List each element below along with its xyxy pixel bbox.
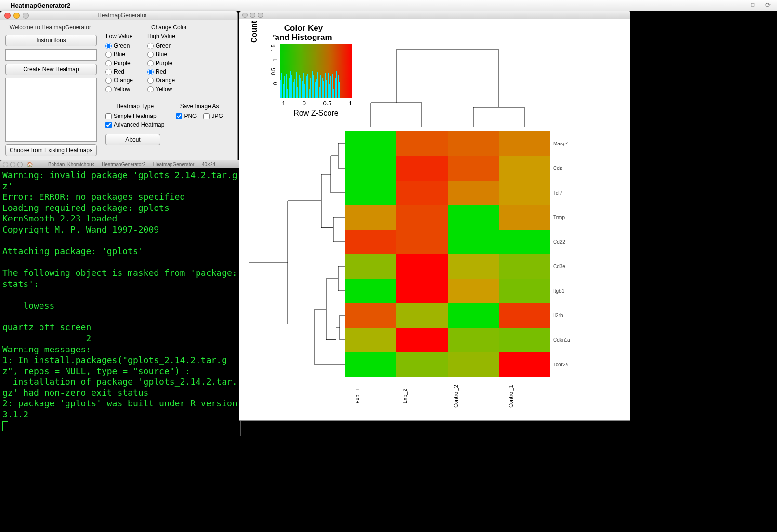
high-red-radio[interactable]: Red [147,68,175,75]
hm-minimize-icon[interactable] [250,13,255,18]
low-green-radio[interactable]: Green [105,42,133,49]
high-value-label: High Value [147,33,175,39]
heatmap-cell [499,131,550,156]
heatmap-titlebar [239,11,631,19]
app-name[interactable]: HeatmapGenerator2 [11,2,70,9]
column-label: Control_1 [508,385,537,408]
heatmap-cell [345,254,396,279]
column-label: Control_2 [453,385,482,408]
term-minimize-icon[interactable] [10,162,15,167]
heatmap-cell [345,303,396,328]
row-label: Il2rb [553,313,570,318]
control-window-titlebar: HeatmapGenerator [0,11,237,20]
row-label: Cd22 [553,239,570,245]
row-label: Tcor2a [553,362,570,367]
low-value-group: Low Value Green Blue Purple Red Orange Y… [105,33,133,92]
color-key-xlabel: Row Z-Score [280,109,352,117]
heatmap-cell [448,303,499,328]
heatmap-row-labels: Masp2CdsTcf7TrmpCd22Cd3eItgb1Il2rbCdkn1a… [553,131,570,377]
row-label: Cd3e [553,264,570,269]
color-key-gradient [280,44,352,98]
high-blue-radio[interactable]: Blue [147,51,175,58]
heatmap-cell [499,181,550,205]
heatmap-cell [448,352,499,377]
control-window-title: HeatmapGenerator [33,12,211,19]
term-close-icon[interactable] [3,162,8,167]
high-yellow-radio[interactable]: Yellow [147,86,175,92]
save-png-checkbox[interactable]: PNG [176,113,197,119]
heatmap-cell [345,352,396,377]
window-zoom-icon[interactable] [23,13,29,19]
create-heatmap-button[interactable]: Create New Heatmap [5,64,97,75]
heatmap-cell [448,156,499,181]
hm-close-icon[interactable] [242,13,248,18]
heatmap-cell [345,279,396,303]
high-value-group: High Value Green Blue Purple Red Orange … [147,33,175,92]
control-window: HeatmapGenerator Welcome to HeatmapGener… [0,11,238,163]
existing-heatmaps-listbox[interactable] [5,78,97,142]
heatmap-cell [396,328,448,352]
color-key-xticks: -100.51 [280,100,352,107]
heatmap-cell [448,181,499,205]
heatmap-cell [345,205,396,230]
heatmap-cell [499,230,550,254]
heatmap-cell [499,254,550,279]
high-orange-radio[interactable]: Orange [147,77,175,84]
advanced-heatmap-checkbox[interactable]: Advanced Heatmap [105,121,164,128]
row-dendrogram [244,131,345,377]
low-orange-radio[interactable]: Orange [105,77,133,84]
heatmap-column-labels: Exp_1Exp_2Control_2Control_1 [345,382,550,411]
simple-heatmap-checkbox[interactable]: Simple Heatmap [105,113,164,119]
color-key-yticks: 21.510.50 [266,33,277,86]
heatmap-cell [448,230,499,254]
sync-tray-icon[interactable]: ⟳ [765,1,773,9]
heatmap-cell [499,205,550,230]
filename-input[interactable] [5,49,97,61]
row-label: Itgb1 [553,288,570,294]
heatmap-cell [396,352,448,377]
column-label: Exp_2 [402,389,431,403]
generic-tray-icon[interactable]: ⧉ [751,1,759,9]
terminal-cursor-icon [2,421,8,431]
heatmap-cell [396,279,448,303]
low-value-label: Low Value [105,33,133,39]
heatmap-preview-window: Color Keyand Histogram Count 21.510.50 -… [239,11,631,421]
column-label: Exp_1 [355,389,383,403]
about-button[interactable]: About [105,134,160,145]
heatmap-cell [396,205,448,230]
heatmap-cell [345,156,396,181]
desktop-background-right [630,11,777,532]
heatmap-cell [499,279,550,303]
save-jpg-checkbox[interactable]: JPG [203,113,223,119]
terminal-title: Bohdan_Khomtchouk — HeatmapGenerator2 — … [33,162,231,167]
choose-existing-button[interactable]: Choose from Existing Heatmaps [5,144,97,156]
welcome-label: Welcome to HeatmapGenerator! [5,24,97,31]
term-zoom-icon[interactable] [17,162,23,167]
low-purple-radio[interactable]: Purple [105,60,133,66]
high-green-radio[interactable]: Green [147,42,175,49]
heatmap-cell [499,156,550,181]
high-purple-radio[interactable]: Purple [147,60,175,66]
terminal-titlebar: 🏠 Bohdan_Khomtchouk — HeatmapGenerator2 … [0,160,240,168]
mac-menubar: HeatmapGenerator2 ⧉ ⟳ [0,0,777,11]
heatmap-cell [345,230,396,254]
heatmap-cell [396,181,448,205]
heatmap-cell [499,303,550,328]
row-label: Cds [553,166,570,171]
window-minimize-icon[interactable] [13,13,20,19]
color-key: Color Keyand Histogram Count 21.510.50 -… [263,24,344,117]
row-label: Trmp [553,215,570,220]
heatmap-cell [345,328,396,352]
low-red-radio[interactable]: Red [105,68,133,75]
hm-zoom-icon[interactable] [258,13,263,18]
save-image-group: Save Image As PNG JPG [176,103,223,128]
instructions-button[interactable]: Instructions [5,35,97,46]
terminal-output[interactable]: Warning: invalid package 'gplots_2.14.2.… [0,168,240,436]
column-dendrogram [345,40,550,127]
heatmap-cell [396,156,448,181]
window-close-icon[interactable] [4,13,11,19]
heatmap-cell [448,205,499,230]
low-blue-radio[interactable]: Blue [105,51,133,58]
low-yellow-radio[interactable]: Yellow [105,86,133,92]
heatmap-cell [448,254,499,279]
